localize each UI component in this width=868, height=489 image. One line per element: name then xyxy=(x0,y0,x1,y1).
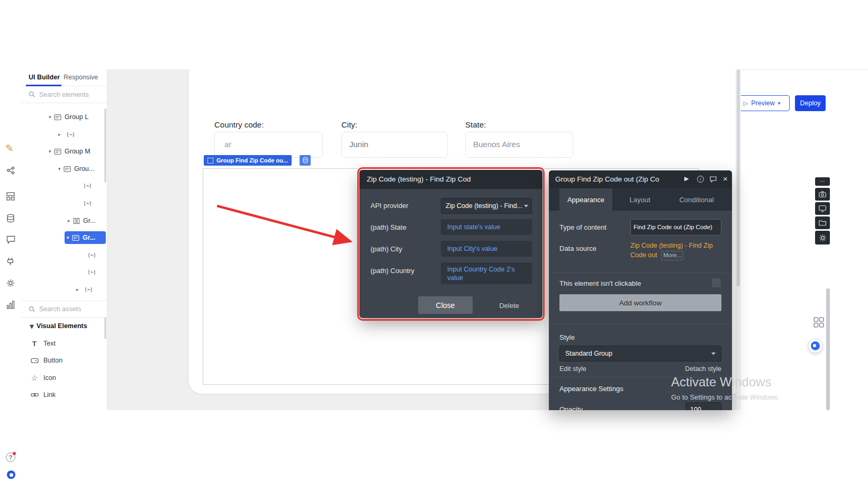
caret-right-icon[interactable]: ▸ xyxy=(76,287,82,292)
add-workflow-button[interactable]: Add workflow xyxy=(559,294,721,311)
tree-row-group-selected[interactable]: ▾ Gr... xyxy=(21,229,107,246)
path-country-value-button[interactable]: Input Country Code 2's value xyxy=(441,262,532,284)
palette-item-button[interactable]: Button xyxy=(21,352,107,369)
add-workflow-label: Add workflow xyxy=(619,299,662,307)
tree-row-input[interactable] xyxy=(21,195,107,212)
tab-ui-builder[interactable]: UI Builder xyxy=(29,74,60,81)
run-workflow-play-icon[interactable]: ▶ xyxy=(684,176,689,182)
caret-down-icon[interactable]: ▾ xyxy=(49,114,54,120)
style-select[interactable]: Standard Group xyxy=(559,346,721,361)
selected-element-badge[interactable]: Group Find Zip Code ou... xyxy=(204,155,292,166)
close-panel-icon[interactable]: × xyxy=(723,174,728,184)
apps-grid-icon[interactable] xyxy=(813,316,825,328)
tree-row-collapsed[interactable]: ▸ xyxy=(21,281,107,298)
detach-style-link[interactable]: Detach style xyxy=(685,365,721,373)
design-pencil-icon[interactable]: ✎ xyxy=(5,142,14,155)
bubble-badge-icon[interactable] xyxy=(7,470,15,479)
clickable-checkbox-label: This element isn't clickable xyxy=(559,279,641,287)
help-icon[interactable]: ? xyxy=(6,452,15,462)
pages-button[interactable] xyxy=(815,216,830,229)
tree-scrollbar[interactable] xyxy=(104,108,106,183)
workflow-icon[interactable] xyxy=(6,166,15,175)
api-popup-titlebar[interactable]: Zip Code (testing) - Find Zip Cod xyxy=(359,170,542,189)
palette-item-link[interactable]: Link xyxy=(21,386,107,403)
path-city-value: Input City's value xyxy=(441,241,532,257)
tree-row-group-collapsed[interactable]: ▸ Gr... xyxy=(21,212,107,229)
input-element-icon xyxy=(84,201,92,206)
assistant-logo xyxy=(811,341,820,350)
assistant-bubble-icon[interactable] xyxy=(808,339,822,353)
deploy-button[interactable]: Deploy xyxy=(795,95,826,111)
tab-conditional[interactable]: Conditional xyxy=(667,188,726,211)
selected-row-highlight[interactable]: ▾ Gr... xyxy=(65,231,106,244)
opacity-input[interactable]: 100 xyxy=(685,402,721,410)
caret-down-icon[interactable]: ▾ xyxy=(49,149,54,154)
element-info-icon[interactable]: i xyxy=(697,176,704,183)
toolbar-settings-button[interactable] xyxy=(815,231,830,245)
caret-down-icon[interactable]: ▾ xyxy=(58,166,64,171)
edit-style-link[interactable]: Edit style xyxy=(559,365,586,373)
palette-item-text[interactable]: T Text xyxy=(21,335,107,352)
comment-icon[interactable] xyxy=(710,176,717,183)
data-source-more-button[interactable]: More... xyxy=(661,251,683,260)
tab-layout[interactable]: Layout xyxy=(612,188,667,211)
tree-row-input[interactable] xyxy=(21,247,107,264)
tree-row-group-l[interactable]: ▾ Group L xyxy=(21,108,107,125)
tab-responsive[interactable]: Responsive xyxy=(64,74,98,81)
layout-grid-icon[interactable] xyxy=(6,192,15,201)
window-scrollbar-thumb[interactable] xyxy=(826,288,830,410)
search-assets-input[interactable]: Search assets xyxy=(21,301,107,318)
state-value: Buenos Aires xyxy=(473,140,573,149)
input-element-icon xyxy=(67,132,75,138)
badge-datasource-icon-button[interactable] xyxy=(300,155,311,166)
path-state-value-button[interactable]: Input state's value xyxy=(441,219,532,235)
opacity-value: 100 xyxy=(686,403,721,410)
tree-row-group-m[interactable]: ▾ Group M xyxy=(21,143,107,160)
caret-down-icon[interactable]: ▾ xyxy=(67,235,72,240)
columns-icon xyxy=(73,218,80,224)
path-state-value: Input state's value xyxy=(441,219,532,235)
chat-bubble-icon[interactable] xyxy=(6,236,15,244)
palette-item-icon[interactable]: ☆ Icon xyxy=(21,369,107,386)
visual-elements-header[interactable]: ▾ Visual Elements xyxy=(21,318,107,334)
api-popup-close-button[interactable]: Close xyxy=(418,296,473,314)
palette-item-label: Button xyxy=(43,357,62,364)
tab-appearance[interactable]: Appearance xyxy=(559,188,612,211)
select-caret-icon xyxy=(524,205,528,207)
tree-row-input[interactable] xyxy=(21,177,107,194)
camera-icon xyxy=(819,191,826,197)
canvas-scrollbar-thumb[interactable] xyxy=(737,69,740,286)
caret-right-icon[interactable]: ▸ xyxy=(68,218,73,223)
caret-down-icon[interactable]: ▾ xyxy=(30,321,34,331)
field-label-state: State: xyxy=(465,120,486,129)
path-city-value-button[interactable]: Input City's value xyxy=(441,241,532,257)
tree-row-group[interactable]: ▾ Grou... xyxy=(21,160,107,177)
plugin-icon[interactable] xyxy=(6,257,14,266)
clickable-checkbox[interactable] xyxy=(712,278,721,287)
group-icon xyxy=(54,114,61,121)
logs-chart-icon[interactable] xyxy=(6,301,15,309)
data-source-expression[interactable]: Zip Code (testing) - Find Zip Code out M… xyxy=(630,241,725,260)
folder-icon xyxy=(819,220,826,226)
api-provider-select[interactable]: Zip Code (testing) - Find... xyxy=(441,198,532,214)
state-input[interactable]: Buenos Aires xyxy=(465,132,573,158)
style-select-value: Standard Group xyxy=(560,346,721,361)
type-of-content-input[interactable]: Find Zip Code out (Zip Code) xyxy=(630,219,721,236)
search-elements-input[interactable]: Search elements xyxy=(21,86,107,103)
caret-right-icon[interactable]: ▸ xyxy=(58,132,64,137)
input-element-icon xyxy=(84,183,92,189)
api-popup-delete-button[interactable]: Delete xyxy=(486,301,532,310)
settings-gear-icon[interactable] xyxy=(6,279,15,287)
city-input[interactable]: Junin xyxy=(341,132,448,158)
tree-row-element[interactable]: ▸ xyxy=(21,126,107,143)
toolbar-handle-button[interactable]: ⋯ xyxy=(815,177,830,186)
star-icon: ☆ xyxy=(30,374,39,382)
database-icon[interactable] xyxy=(6,214,15,223)
preview-button[interactable]: ▷ Preview ▾ xyxy=(734,95,790,111)
property-panel-titlebar[interactable]: Group Find Zip Code out (Zip Co ▶ i × xyxy=(549,170,732,188)
tree-row-input[interactable] xyxy=(21,264,107,280)
country-code-input[interactable]: ar xyxy=(214,132,323,158)
presentation-button[interactable] xyxy=(815,202,830,215)
path-state-label: (path) State xyxy=(370,223,406,231)
screenshot-button[interactable] xyxy=(815,188,830,201)
